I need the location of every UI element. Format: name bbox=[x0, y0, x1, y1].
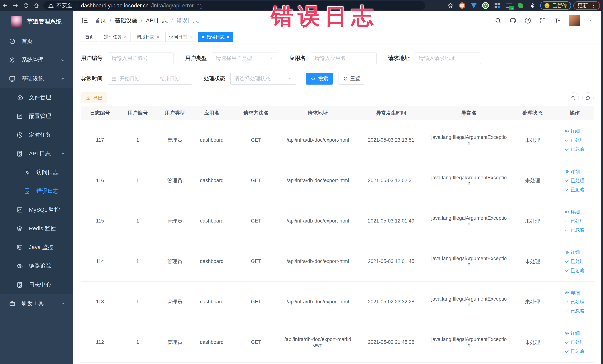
cell-app-name: dashboard bbox=[193, 201, 230, 241]
browser-home-icon[interactable] bbox=[31, 3, 42, 9]
sidebar-item-scheduled-tasks[interactable]: 定时任务 bbox=[0, 126, 73, 144]
detail-link[interactable]: 详细 bbox=[565, 330, 580, 336]
sidebar-item-home[interactable]: 首页 bbox=[0, 32, 73, 51]
breadcrumb-home[interactable]: 首页 bbox=[95, 17, 106, 24]
extension-blue-shield-icon[interactable] bbox=[468, 0, 480, 11]
bookmark-star-icon[interactable] bbox=[444, 0, 456, 11]
mark-processed-link[interactable]: 已处理 bbox=[565, 339, 584, 345]
eye-icon bbox=[565, 331, 569, 335]
cell-actions: 详细 已处理 已忽略 bbox=[556, 282, 593, 322]
mark-ignored-link[interactable]: 已忽略 bbox=[565, 267, 584, 273]
extension-on-badge-icon[interactable]: on bbox=[503, 0, 515, 11]
reset-button[interactable]: 重置 bbox=[338, 73, 365, 84]
mark-processed-link[interactable]: 已处理 bbox=[565, 218, 584, 224]
cell-exception-time: 2021-05-03 12:01:49 bbox=[354, 201, 429, 241]
sidebar-item-file-mgmt[interactable]: 文件管理 bbox=[0, 88, 73, 107]
tab-close-icon[interactable]: × bbox=[227, 35, 229, 39]
mark-ignored-link[interactable]: 已忽略 bbox=[565, 348, 584, 354]
app-name-input[interactable] bbox=[311, 52, 377, 64]
sidebar-logo-row[interactable]: 芋道管理系统 bbox=[0, 11, 73, 32]
toggle-search-button[interactable] bbox=[568, 92, 579, 104]
detail-link[interactable]: 详细 bbox=[565, 128, 580, 134]
export-button[interactable]: 导出 bbox=[81, 93, 107, 103]
dashboard-icon bbox=[9, 38, 16, 45]
sidebar-item-system-mgmt[interactable]: 系统管理 bbox=[0, 51, 73, 69]
sidebar-item-infrastructure[interactable]: 基础设施 bbox=[0, 69, 73, 88]
sidebar-item-tracing[interactable]: 链路追踪 bbox=[0, 257, 73, 275]
chevron-down-icon bbox=[60, 57, 66, 63]
mark-ignored-link[interactable]: 已忽略 bbox=[565, 187, 584, 193]
sidebar-item-dev-tools[interactable]: 研发工具 bbox=[0, 294, 73, 313]
detail-link[interactable]: 详细 bbox=[565, 249, 580, 255]
sidebar-item-config-mgmt[interactable]: 配置管理 bbox=[0, 107, 73, 126]
breadcrumb-infrastructure[interactable]: 基础设施 bbox=[115, 17, 137, 24]
page-scrollbar[interactable] bbox=[601, 11, 603, 364]
browser-update-button[interactable]: 更新 bbox=[573, 1, 600, 10]
infrastructure-submenu: 文件管理 配置管理 定时任务 API 日志 访问日志 错误日志 MySQL 监控 bbox=[0, 88, 73, 294]
tab-access-log[interactable]: 访问日志× bbox=[165, 32, 196, 42]
request-url-input[interactable] bbox=[415, 52, 481, 64]
user-type-select[interactable]: 请选择用户类型 bbox=[212, 52, 278, 64]
sidebar-item-log-center[interactable]: 日志中心 bbox=[0, 275, 73, 294]
search-button[interactable]: 搜索 bbox=[306, 73, 333, 84]
sidebar-item-java-monitor[interactable]: Java 监控 bbox=[0, 238, 73, 257]
refresh-table-button[interactable] bbox=[582, 92, 593, 104]
tab-schedule-log[interactable]: 调度日志× bbox=[133, 32, 163, 42]
cell-user-type: 管理员 bbox=[156, 322, 193, 363]
mark-processed-link[interactable]: 已处理 bbox=[565, 177, 584, 184]
ignored-link-label: 已忽略 bbox=[570, 187, 584, 193]
tab-close-icon[interactable]: × bbox=[189, 35, 192, 39]
user-menu-caret-icon[interactable] bbox=[588, 18, 593, 23]
tab-close-icon[interactable]: × bbox=[124, 35, 127, 39]
extension-puzzle-icon[interactable] bbox=[526, 0, 538, 11]
mark-processed-link[interactable]: 已处理 bbox=[565, 258, 584, 264]
tab-error-log[interactable]: 错误日志× bbox=[198, 32, 233, 42]
sidebar-item-error-log[interactable]: 错误日志 bbox=[0, 182, 73, 200]
profile-paused-badge[interactable]: 已暂停 bbox=[540, 1, 571, 10]
mark-processed-link[interactable]: 已处理 bbox=[565, 137, 584, 143]
font-size-icon[interactable] bbox=[554, 17, 561, 24]
cell-request-url: /api/infra/db-doc/export-html bbox=[282, 201, 354, 241]
tab-scheduled-tasks[interactable]: 定时任务× bbox=[100, 32, 130, 42]
mark-ignored-link[interactable]: 已忽略 bbox=[565, 308, 584, 314]
detail-link[interactable]: 详细 bbox=[565, 209, 580, 215]
reset-button-label: 重置 bbox=[350, 75, 360, 82]
detail-link[interactable]: 详细 bbox=[565, 290, 580, 296]
check-icon bbox=[565, 219, 569, 223]
sidebar-fold-icon[interactable] bbox=[81, 17, 89, 24]
fullscreen-icon[interactable] bbox=[539, 17, 546, 24]
tab-label: 调度日志 bbox=[137, 34, 154, 40]
cell-exception-name: java.lang.IllegalArgumentException bbox=[429, 201, 510, 241]
user-id-input[interactable] bbox=[108, 52, 174, 64]
gear-icon bbox=[9, 57, 16, 63]
tags-view-bar: 首页 定时任务× 调度日志× 访问日志× 错误日志× bbox=[73, 30, 601, 44]
detail-link[interactable]: 详细 bbox=[565, 168, 580, 175]
tab-close-icon[interactable]: × bbox=[157, 35, 159, 39]
process-status-select[interactable]: 请选择处理状态 bbox=[231, 73, 296, 84]
browser-forward-icon[interactable] bbox=[10, 3, 21, 9]
help-icon[interactable] bbox=[524, 17, 531, 24]
breadcrumb-api-log[interactable]: API 日志 bbox=[146, 17, 168, 24]
mark-ignored-link[interactable]: 已忽略 bbox=[565, 227, 584, 233]
mark-processed-link[interactable]: 已处理 bbox=[565, 299, 584, 305]
sidebar-item-api-log[interactable]: API 日志 bbox=[0, 144, 73, 163]
ignored-link-label: 已忽略 bbox=[570, 227, 584, 233]
check-icon bbox=[565, 178, 569, 183]
sidebar-item-mysql-monitor[interactable]: MySQL 监控 bbox=[0, 200, 73, 219]
eye-icon bbox=[565, 291, 569, 295]
header-search-icon[interactable] bbox=[495, 17, 502, 24]
tab-home[interactable]: 首页 bbox=[81, 32, 98, 42]
extension-green-v-icon[interactable]: V bbox=[480, 0, 491, 11]
extension-grid-icon[interactable] bbox=[491, 0, 503, 11]
cell-exception-time: 2021-05-02 21:45:28 bbox=[354, 322, 429, 363]
browser-reload-icon[interactable] bbox=[21, 3, 31, 9]
sidebar-item-access-log[interactable]: 访问日志 bbox=[0, 163, 73, 182]
extension-leaf-icon[interactable] bbox=[515, 0, 526, 11]
github-icon[interactable] bbox=[509, 17, 516, 24]
exception-time-range-picker[interactable]: 开始日期 - 结束日期 bbox=[108, 73, 192, 84]
sidebar-item-redis-monitor[interactable]: Redis 监控 bbox=[0, 219, 73, 238]
extension-orange-icon[interactable] bbox=[456, 0, 468, 11]
browser-back-icon[interactable] bbox=[0, 3, 10, 9]
user-avatar[interactable] bbox=[569, 15, 580, 26]
mark-ignored-link[interactable]: 已忽略 bbox=[565, 146, 584, 152]
